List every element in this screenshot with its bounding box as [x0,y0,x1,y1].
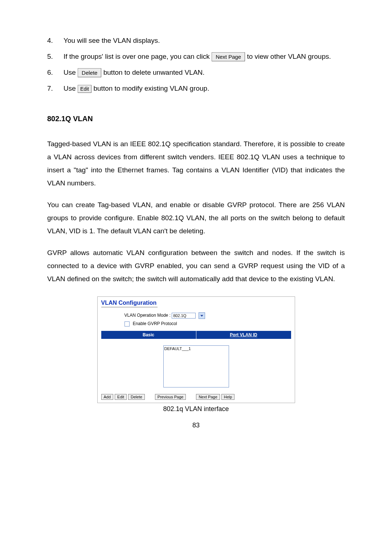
button-row: Add Edit Delete Previous Page Next Page … [101,394,291,400]
step-number: 5. [47,49,64,65]
step-text-pre: Use [64,85,78,92]
operation-mode-row: VLAN Operation Mode : 802.1Q [124,312,291,319]
operation-mode-select[interactable]: 802.1Q [172,313,196,319]
step-5: 5. If the groups' list is over one page,… [47,49,345,65]
step-text: If the groups' list is over one page, yo… [64,49,345,65]
paragraph-1: Tagged-based VLAN is an IEEE 802.1Q spec… [47,138,345,190]
next-page-button[interactable]: Next Page [196,394,220,400]
previous-page-button[interactable]: Previous Page [155,394,186,400]
vlan-listbox[interactable]: DEFAULT___1 [163,345,229,387]
delete-button[interactable]: Delete [128,394,145,400]
step-text-post: button to modify existing VLAN group. [93,85,209,92]
step-text: Use Edit button to modify existing VLAN … [64,81,345,97]
help-button[interactable]: Help [221,394,235,400]
instruction-list: 4. You will see the VLAN displays. 5. If… [47,33,345,97]
step-4: 4. You will see the VLAN displays. [47,33,345,49]
next-page-button[interactable]: Next Page [212,52,245,61]
tab-port-vlan-id[interactable]: Port VLAN ID [196,331,291,339]
tab-bar: Basic Port VLAN ID [101,331,291,339]
delete-button[interactable]: Delete [78,68,101,77]
operation-mode-label: VLAN Operation Mode : [124,313,172,318]
edit-button[interactable]: Edit [115,394,127,400]
panel-title: VLAN Configuration [101,300,158,307]
step-number: 6. [47,65,64,81]
gvrp-label: Enable GVRP Protocol [133,321,177,326]
list-item[interactable]: DEFAULT___1 [164,346,228,351]
paragraph-3: GVRP allows automatic VLAN configuration… [47,246,345,286]
chevron-down-icon[interactable] [199,312,205,319]
gvrp-row: Enable GVRP Protocol [124,321,291,327]
edit-button[interactable]: Edit [78,85,91,93]
step-text-pre: Use [64,69,78,76]
step-text: Use Delete button to delete unwanted VLA… [64,65,345,81]
section-heading: 802.1Q VLAN [47,115,345,123]
step-text: You will see the VLAN displays. [64,33,345,49]
step-text-post: button to delete unwanted VLAN. [103,69,205,76]
step-number: 7. [47,81,64,97]
page-number: 83 [47,422,345,429]
step-text-post: to view other VLAN groups. [247,53,331,60]
vlan-config-screenshot: VLAN Configuration VLAN Operation Mode :… [97,296,295,403]
document-page: 4. You will see the VLAN displays. 5. If… [0,0,392,444]
step-7: 7. Use Edit button to modify existing VL… [47,81,345,97]
step-6: 6. Use Delete button to delete unwanted … [47,65,345,81]
step-number: 4. [47,33,64,49]
step-text-pre: If the groups' list is over one page, yo… [64,53,212,60]
add-button[interactable]: Add [101,394,114,400]
figure-caption: 802.1q VLAN interface [47,405,345,413]
tab-basic[interactable]: Basic [101,331,196,339]
paragraph-2: You can create Tag-based VLAN, and enabl… [47,198,345,238]
gvrp-checkbox[interactable] [124,321,130,327]
